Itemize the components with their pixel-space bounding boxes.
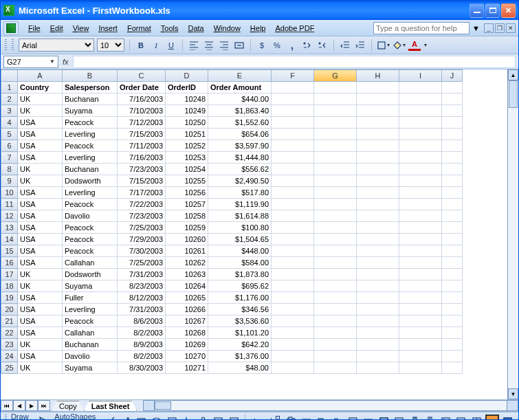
cell[interactable]: [399, 351, 442, 362]
cell[interactable]: [314, 362, 357, 374]
cell[interactable]: UK: [18, 339, 63, 351]
cell[interactable]: [357, 187, 399, 199]
cell[interactable]: [442, 339, 463, 351]
cell[interactable]: 10251: [166, 129, 208, 140]
form-button-button[interactable]: [300, 414, 313, 420]
column-header-J[interactable]: J: [442, 70, 463, 82]
picture-button[interactable]: [228, 414, 241, 420]
help-dropdown-icon[interactable]: ▼: [472, 24, 480, 32]
cell[interactable]: UK: [18, 164, 63, 175]
cell[interactable]: 10270: [166, 351, 208, 362]
cell[interactable]: 7/16/2003: [118, 152, 166, 164]
cell[interactable]: [357, 199, 399, 210]
cell[interactable]: Leverling: [63, 187, 118, 199]
cell[interactable]: 10252: [166, 140, 208, 152]
minimize-button[interactable]: [470, 3, 484, 18]
highlight-swatch[interactable]: [485, 415, 499, 420]
cell[interactable]: 7/16/2003: [118, 93, 166, 105]
cell[interactable]: $440.00: [208, 93, 272, 105]
cell[interactable]: 8/2/2003: [118, 351, 166, 362]
cell[interactable]: [314, 327, 357, 339]
cell[interactable]: [442, 327, 463, 339]
row-header[interactable]: 13: [1, 222, 18, 234]
row-header[interactable]: 25: [1, 362, 18, 374]
maximize-button[interactable]: [485, 3, 500, 18]
cell[interactable]: $642.20: [208, 339, 272, 351]
cell[interactable]: [399, 129, 442, 140]
cell[interactable]: 7/30/2003: [118, 245, 166, 257]
doc-minimize-button[interactable]: _: [484, 23, 494, 33]
row-header[interactable]: 18: [1, 280, 18, 292]
draw-menu[interactable]: Draw ▾: [9, 412, 35, 420]
sheet-tab[interactable]: Last Sheet: [84, 401, 137, 411]
row-header[interactable]: 8: [1, 164, 18, 175]
help-search-input[interactable]: [373, 22, 470, 34]
cell[interactable]: 10258: [166, 210, 208, 222]
row-header[interactable]: 14: [1, 234, 18, 245]
cell[interactable]: [399, 292, 442, 304]
cell[interactable]: [272, 327, 314, 339]
cell[interactable]: 10256: [166, 187, 208, 199]
cell[interactable]: [442, 187, 463, 199]
cell[interactable]: [442, 245, 463, 257]
cell[interactable]: Davolio: [63, 210, 118, 222]
cell[interactable]: [442, 257, 463, 269]
cell[interactable]: $100.80: [208, 222, 272, 234]
cell[interactable]: Suyama: [63, 362, 118, 374]
doc-close-button[interactable]: ✕: [506, 23, 516, 33]
cell[interactable]: [272, 117, 314, 129]
tab-nav-first[interactable]: ⏮: [1, 400, 13, 411]
cell[interactable]: 10254: [166, 164, 208, 175]
cell[interactable]: [399, 362, 442, 374]
cell[interactable]: [272, 82, 314, 93]
column-header-H[interactable]: H: [357, 70, 399, 82]
column-header-F[interactable]: F: [272, 70, 314, 82]
cell[interactable]: Order Date: [118, 82, 166, 93]
combobox-button[interactable]: [362, 414, 375, 420]
cell[interactable]: [272, 129, 314, 140]
cell[interactable]: 10250: [166, 117, 208, 129]
cell[interactable]: [272, 304, 314, 316]
cell[interactable]: [399, 339, 442, 351]
cell[interactable]: [399, 210, 442, 222]
cell[interactable]: [357, 210, 399, 222]
cell[interactable]: Leverling: [63, 129, 118, 140]
cell[interactable]: [314, 199, 357, 210]
cell[interactable]: $1,101.20: [208, 327, 272, 339]
name-box[interactable]: G27 ▼: [3, 56, 58, 68]
tab-nav-last[interactable]: ⏭: [38, 400, 50, 411]
cell[interactable]: [272, 234, 314, 245]
cell[interactable]: [314, 82, 357, 93]
cell[interactable]: [442, 175, 463, 187]
cell[interactable]: 10265: [166, 292, 208, 304]
cell[interactable]: [357, 257, 399, 269]
cell[interactable]: $1,376.00: [208, 351, 272, 362]
cell[interactable]: $346.56: [208, 304, 272, 316]
cell[interactable]: 10268: [166, 327, 208, 339]
menu-format[interactable]: Format: [123, 23, 155, 34]
toggle-grid-button[interactable]: [470, 414, 483, 420]
cell[interactable]: [442, 292, 463, 304]
cell[interactable]: [272, 362, 314, 374]
cell[interactable]: [399, 187, 442, 199]
row-header[interactable]: 21: [1, 316, 18, 327]
rectangle-button[interactable]: [135, 414, 148, 420]
cell[interactable]: [357, 234, 399, 245]
column-header-D[interactable]: D: [166, 70, 208, 82]
cell[interactable]: 7/11/2003: [118, 140, 166, 152]
cell[interactable]: USA: [18, 234, 63, 245]
cell[interactable]: [357, 269, 399, 280]
cell[interactable]: [314, 304, 357, 316]
cell[interactable]: UK: [18, 175, 63, 187]
row-header[interactable]: 7: [1, 152, 18, 164]
cell[interactable]: Peacock: [63, 316, 118, 327]
cell[interactable]: Callahan: [63, 327, 118, 339]
cell[interactable]: 7/17/2003: [118, 187, 166, 199]
cell[interactable]: [442, 280, 463, 292]
currency-button[interactable]: $: [256, 38, 268, 52]
menu-data[interactable]: Data: [184, 23, 208, 34]
cell[interactable]: Buchanan: [63, 93, 118, 105]
option-button[interactable]: [331, 414, 344, 420]
cell[interactable]: [314, 187, 357, 199]
row-header[interactable]: 10: [1, 187, 18, 199]
